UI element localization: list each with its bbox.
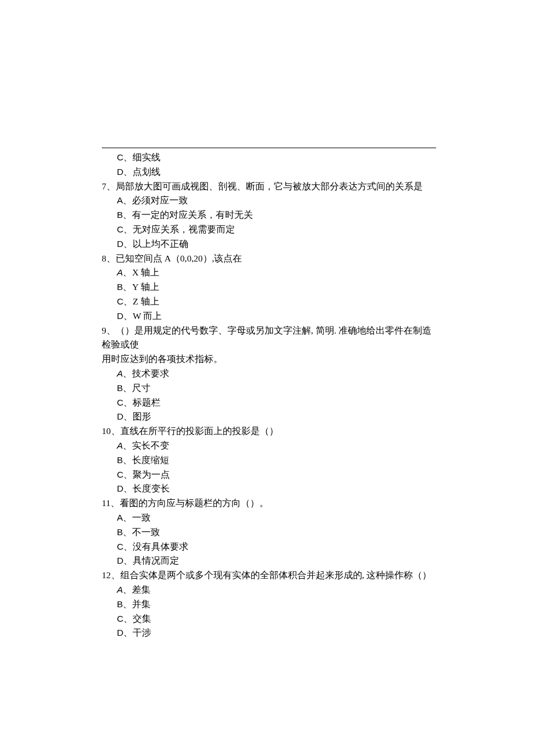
option-text: Y 轴上 [132,282,159,292]
option-sep: 、 [123,440,132,450]
stem-sep: 、 [110,498,120,508]
option-text: 点划线 [133,167,160,177]
option-sep: 、 [123,455,132,465]
option-letter-C: C [117,470,123,479]
question-stem-text: 已知空间点 A（0,0,20）,该点在 [116,253,242,263]
option-line: B、有一定的对应关系，有时无关 [102,208,436,223]
option-text: 必须对应一致 [132,195,188,205]
option-text: 聚为一点 [133,470,170,479]
option-line: C、细实线 [102,151,436,165]
question-8-stem: 8、已知空间点 A（0,0,20）,该点在 [102,252,436,266]
option-text: 并集 [132,599,151,609]
option-sep: 、 [123,282,132,292]
option-letter-C: C [117,614,123,624]
option-text: 长度缩短 [132,455,169,465]
option-letter-C: C [117,152,123,162]
question-number: 9 [102,325,106,335]
question-stem-text: 局部放大图可画成视图、剖视、断面，它与被放大部分表达方式间的关系是 [116,181,423,191]
option-line: B、并集 [102,597,436,612]
option-sep: 、 [123,239,133,249]
option-line: C、交集 [102,612,436,626]
option-sep: 、 [123,383,132,393]
option-letter-D: D [117,311,123,321]
option-text: 干涉 [133,628,151,637]
option-text: 有一定的对应关系，有时无关 [132,210,253,220]
option-sep: 、 [123,224,133,234]
question-11-stem: 11、看图的方向应与标题栏的方向（）。 [102,496,436,511]
question-9-stem-line2: 用时应达到的各项技术指标。 [102,352,436,367]
option-letter-A: A [117,267,123,277]
question-number: 8 [102,253,106,263]
stem-sep: 、 [106,253,116,263]
option-line: A、一致 [102,511,436,525]
option-text: 差集 [132,585,151,594]
option-line: A、X 轴上 [102,266,436,280]
question-stem-text: 直线在所平行的投影面上的投影是（） [120,426,279,436]
option-sep: 、 [123,614,133,624]
option-sep: 、 [123,296,133,306]
option-letter-B: B [117,383,123,393]
option-letter-B: B [117,599,123,609]
option-text: 没有具体要求 [133,542,188,551]
option-sep: 、 [123,470,133,479]
option-line: C、无对应关系，视需要而定 [102,223,436,237]
option-line: D、长度变长 [102,482,436,496]
option-sep: 、 [123,628,133,637]
option-text: 细实线 [133,152,160,162]
option-text: X 轴上 [132,267,159,277]
option-sep: 、 [123,195,132,205]
stem-sep: 、 [111,570,120,580]
option-text: 技术要求 [132,368,169,378]
option-letter-A: A [117,585,123,594]
option-line: B、Y 轴上 [102,280,436,295]
option-line: A、必须对应一致 [102,194,436,208]
option-sep: 、 [123,599,132,609]
option-sep: 、 [123,513,132,522]
option-letter-D: D [117,556,123,565]
stem-sep: 、 [106,325,116,335]
option-sep: 、 [123,210,132,220]
option-line: D、干涉 [102,626,436,640]
option-line: B、不一致 [102,525,436,540]
option-letter-A: A [117,195,123,205]
option-letter-A: A [117,368,123,378]
option-line: C、聚为一点 [102,468,436,482]
option-text: 一致 [132,513,151,522]
option-letter-C: C [117,224,123,234]
question-10-stem: 10、直线在所平行的投影面上的投影是（） [102,424,436,439]
option-letter-B: B [117,210,123,220]
option-line: D、具情况而定 [102,554,436,568]
option-letter-D: D [117,239,123,249]
question-12-stem: 12、组合实体是两个或多个现有实体的全部体积合并起来形成的, 这种操作称（） [102,568,436,583]
option-sep: 、 [123,152,133,162]
option-letter-D: D [117,411,123,421]
option-line: C、没有具体要求 [102,540,436,554]
option-line: A、技术要求 [102,367,436,381]
question-9-stem: 9、（）是用规定的代号数字、字母或另加文字注解, 简明. 准确地给出零件在制造检… [102,324,436,353]
option-letter-A: A [117,440,123,450]
option-line: D、点划线 [102,165,436,180]
option-line: B、尺寸 [102,381,436,396]
option-line: B、长度缩短 [102,453,436,468]
option-sep: 、 [123,311,133,321]
question-7-stem: 7、局部放大图可画成视图、剖视、断面，它与被放大部分表达方式间的关系是 [102,180,436,194]
option-sep: 、 [123,397,133,407]
option-text: 标题栏 [133,397,160,407]
option-sep: 、 [123,542,133,551]
option-text: 实长不变 [132,440,169,450]
option-letter-C: C [117,542,123,551]
option-letter-D: D [117,628,123,637]
option-line: D、W 而上 [102,309,436,324]
option-text: W 而上 [133,311,162,321]
question-number: 12 [102,570,111,580]
option-letter-C: C [117,397,123,407]
stem-sep: 、 [106,181,116,191]
option-text: 长度变长 [133,483,170,493]
question-stem-text: 看图的方向应与标题栏的方向（）。 [120,498,269,508]
option-letter-D: D [117,167,123,177]
option-sep: 、 [123,527,132,537]
option-text: 具情况而定 [133,556,179,565]
option-line: C、标题栏 [102,396,436,410]
option-letter-D: D [117,483,123,493]
stem-sep: 、 [111,426,120,436]
